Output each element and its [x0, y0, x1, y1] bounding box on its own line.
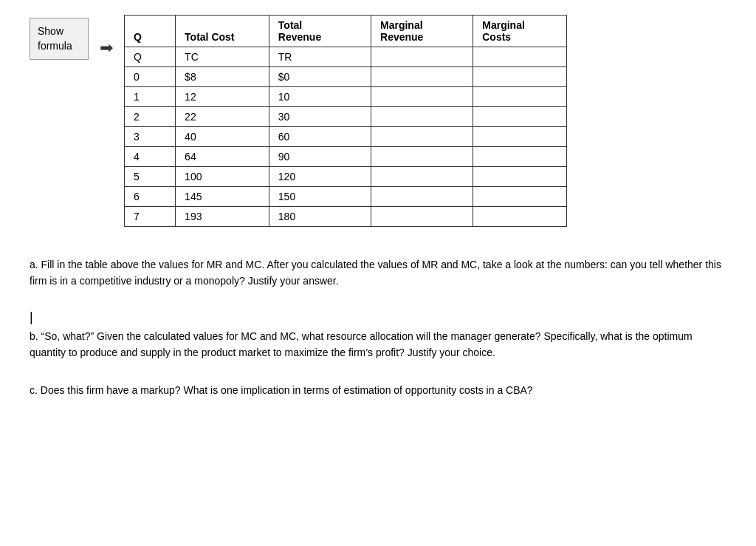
cell-q-4: 4	[125, 147, 176, 167]
cell-tc-2: 22	[176, 107, 269, 127]
cell-mr-3	[371, 127, 473, 147]
cell-mc-0	[473, 67, 567, 87]
question-b-text: b. “So, what?” Given the calculated valu…	[30, 330, 693, 358]
cell-mr-4	[371, 147, 473, 167]
cell-tr-5: 120	[269, 167, 371, 187]
cell-q-5: 5	[125, 167, 176, 187]
cell-q-3: 3	[125, 127, 176, 147]
questions-section: a. Fill in the table above the values fo…	[30, 256, 726, 419]
cell-tr-6: 150	[269, 187, 371, 207]
subheader-mc	[473, 47, 567, 67]
question-c-text: c. Does this firm have a markup? What is…	[30, 384, 533, 396]
question-b: | b. “So, what?” Given the calculated va…	[30, 310, 726, 361]
header-mc: MarginalCosts	[473, 16, 567, 47]
cell-mr-0	[371, 67, 473, 87]
cell-tc-6: 145	[176, 187, 269, 207]
table-body: 0$8$011210222303406046490510012061451507…	[125, 67, 567, 227]
cell-mc-2	[473, 107, 567, 127]
cursor-line: |	[30, 310, 726, 324]
cell-q-0: 0	[125, 67, 176, 87]
cell-mc-1	[473, 87, 567, 107]
cell-mc-5	[473, 167, 567, 187]
cell-tc-1: 12	[176, 87, 269, 107]
cell-tr-3: 60	[269, 127, 371, 147]
header-row: Q Total Cost TotalRevenue MarginalRevenu…	[125, 16, 567, 47]
table-row: 34060	[125, 127, 567, 147]
table-wrapper: Q Total Cost TotalRevenue MarginalRevenu…	[124, 15, 726, 227]
cell-mr-7	[371, 207, 473, 227]
cell-mc-4	[473, 147, 567, 167]
cell-tr-2: 30	[269, 107, 371, 127]
table-row: 7193180	[125, 207, 567, 227]
header-mr: MarginalRevenue	[371, 16, 473, 47]
cell-q-7: 7	[125, 207, 176, 227]
question-a-text: a. Fill in the table above the values fo…	[30, 259, 721, 287]
arrow-container: ➡	[100, 15, 113, 58]
question-a: a. Fill in the table above the values fo…	[30, 256, 726, 290]
cell-q-1: 1	[125, 87, 176, 107]
cell-tc-0: $8	[176, 67, 269, 87]
table-row: 6145150	[125, 187, 567, 207]
cell-mr-1	[371, 87, 473, 107]
cell-tc-4: 64	[176, 147, 269, 167]
header-tc: Total Cost	[176, 16, 269, 47]
cell-mc-3	[473, 127, 567, 147]
table-row: 0$8$0	[125, 67, 567, 87]
cell-tc-5: 100	[176, 167, 269, 187]
cell-q-2: 2	[125, 107, 176, 127]
table-row: 5100120	[125, 167, 567, 187]
cell-mc-6	[473, 187, 567, 207]
subheader-tr: TR	[269, 47, 371, 67]
cell-tc-7: 193	[176, 207, 269, 227]
subheader-q: Q	[125, 47, 176, 67]
table-row: 46490	[125, 147, 567, 167]
subheader-mr	[371, 47, 473, 67]
data-table: Q Total Cost TotalRevenue MarginalRevenu…	[124, 15, 567, 227]
header-tr: TotalRevenue	[269, 16, 371, 47]
cell-tr-1: 10	[269, 87, 371, 107]
arrow-icon: ➡	[100, 38, 113, 58]
table-row: 22230	[125, 107, 567, 127]
question-c: c. Does this firm have a markup? What is…	[30, 382, 726, 398]
table-row: 11210	[125, 87, 567, 107]
subheader-tc: TC	[176, 47, 269, 67]
cell-tr-0: $0	[269, 67, 371, 87]
cell-mr-2	[371, 107, 473, 127]
cell-mr-6	[371, 187, 473, 207]
page-container: Show formula ➡ Q Total Cost TotalRevenue…	[30, 15, 726, 419]
top-section: Show formula ➡ Q Total Cost TotalRevenue…	[30, 15, 726, 227]
cell-tc-3: 40	[176, 127, 269, 147]
cell-tr-7: 180	[269, 207, 371, 227]
subheader-row: Q TC TR	[125, 47, 567, 67]
header-q: Q	[125, 16, 176, 47]
cell-tr-4: 90	[269, 147, 371, 167]
cell-mr-5	[371, 167, 473, 187]
cell-mc-7	[473, 207, 567, 227]
cell-q-6: 6	[125, 187, 176, 207]
show-formula-button[interactable]: Show formula	[30, 18, 89, 60]
